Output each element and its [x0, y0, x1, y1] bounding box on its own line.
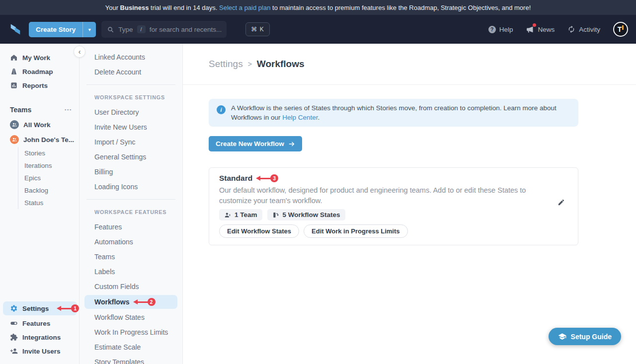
annotation-tail	[61, 308, 72, 309]
chevron-left-icon: ‹	[79, 48, 81, 56]
select-paid-plan-link[interactable]: Select a paid plan	[219, 4, 270, 11]
app-window: Your Business trial will end in 14 days.…	[0, 0, 636, 364]
news-button[interactable]: News	[526, 25, 555, 34]
sidebar-item-label: Settings	[22, 305, 49, 312]
settings-nav-custom-fields[interactable]: Custom Fields	[80, 279, 182, 294]
sidebar-item-iterations[interactable]: Iterations	[18, 159, 79, 172]
sidebar-item-epics[interactable]: Epics	[18, 172, 79, 184]
setup-guide-label: Setup Guide	[571, 333, 612, 341]
sidebar-item-label: Invite Users	[22, 348, 61, 355]
settings-nav-label: Workflows	[94, 298, 130, 306]
sidebar-item-label: John Doe's Te...	[23, 136, 74, 144]
create-story-dropdown-button[interactable]: ▾	[82, 22, 96, 37]
info-text-body: A Workflow is the series of States throu…	[231, 104, 556, 121]
info-icon: i	[217, 105, 226, 114]
settings-nav-workflow-states[interactable]: Workflow States	[80, 310, 182, 325]
workflow-name: Standard	[219, 173, 252, 183]
breadcrumb-separator: >	[248, 59, 252, 70]
settings-nav-import-sync[interactable]: Import / Sync	[80, 135, 182, 149]
help-button[interactable]: ? Help	[488, 26, 513, 33]
create-new-workflow-button[interactable]: Create New Workflow	[209, 136, 302, 151]
breadcrumb-settings[interactable]: Settings	[209, 59, 243, 70]
user-avatar[interactable]: T	[613, 22, 628, 37]
settings-nav-labels[interactable]: Labels	[80, 264, 182, 279]
sidebar-item-all-work[interactable]: All Work	[0, 117, 79, 132]
roadmap-icon	[10, 68, 18, 75]
settings-nav-user-directory[interactable]: User Directory	[80, 105, 182, 120]
annotation-tail	[260, 178, 271, 179]
edit-workflow-states-button[interactable]: Edit Workflow States	[219, 224, 299, 238]
settings-nav-estimate-scale[interactable]: Estimate Scale	[80, 340, 182, 355]
settings-nav-workflows-active[interactable]: Workflows 2	[84, 295, 177, 309]
workflow-states-icon	[272, 212, 279, 218]
news-label: News	[538, 26, 555, 33]
settings-nav-wip-limits[interactable]: Work In Progress Limits	[80, 325, 182, 340]
banner-text: Your	[105, 4, 120, 11]
workflow-info-banner: i A Workflow is the series of States thr…	[209, 99, 578, 127]
edit-pencil-icon[interactable]	[557, 199, 565, 208]
settings-sidebar: Linked Accounts Delete Account WORKSPACE…	[80, 44, 183, 364]
sidebar-item-label: All Work	[23, 121, 51, 129]
sidebar-item-team-john-doe[interactable]: John Doe's Te...	[0, 132, 79, 147]
workspace-features-section-title: WORKSPACE FEATURES	[80, 205, 182, 219]
teams-menu-icon[interactable]: ⋯	[64, 105, 72, 114]
workflow-states-count-label: 5 Workflow States	[283, 211, 340, 218]
settings-nav-automations[interactable]: Automations	[80, 234, 182, 249]
info-text-period: .	[318, 114, 320, 121]
activity-button[interactable]: Activity	[567, 25, 600, 33]
edit-wip-limits-button[interactable]: Edit Work in Progress Limits	[304, 224, 407, 238]
search-input[interactable]: Type / for search and recents...	[101, 21, 227, 38]
avatar-accent-mark	[622, 25, 624, 30]
annotation-badge-1: 1	[71, 304, 79, 312]
team-avatar-orange-icon	[10, 135, 19, 144]
shortcut-logo-icon[interactable]	[8, 22, 23, 37]
annotation-arrow-3: 3	[256, 174, 278, 182]
create-story-button[interactable]: Create Story	[29, 22, 82, 37]
home-icon	[10, 54, 18, 62]
sidebar-item-invite-users[interactable]: Invite Users	[0, 344, 79, 358]
sidebar-item-stories[interactable]: Stories	[18, 147, 79, 159]
sidebar-item-status[interactable]: Status	[18, 197, 79, 209]
sidebar-item-label: Features	[22, 320, 50, 327]
team-avatar-gray-icon	[10, 120, 19, 129]
sidebar-collapse-button[interactable]: ‹	[74, 46, 85, 58]
annotation-arrowhead	[256, 176, 260, 181]
sidebar-item-backlog[interactable]: Backlog	[18, 184, 79, 197]
team-count-label: 1 Team	[235, 211, 257, 218]
setup-guide-button[interactable]: Setup Guide	[549, 328, 621, 345]
banner-plan-name: Business	[120, 4, 149, 11]
slash-key-badge: /	[137, 25, 146, 33]
help-label: Help	[499, 26, 513, 33]
info-text: A Workflow is the series of States throu…	[231, 102, 570, 123]
sidebar-item-reports[interactable]: Reports	[0, 78, 79, 92]
settings-nav-delete-account[interactable]: Delete Account	[80, 65, 182, 79]
settings-nav-billing[interactable]: Billing	[80, 164, 182, 179]
settings-nav-loading-icons[interactable]: Loading Icons	[80, 179, 182, 194]
help-center-link[interactable]: Help Center	[282, 114, 318, 121]
settings-nav-linked-accounts[interactable]: Linked Accounts	[80, 50, 182, 65]
sidebar-item-settings[interactable]: Settings 1	[3, 301, 77, 315]
page-title: Workflows	[257, 59, 305, 70]
workflow-states-count-badge: 5 Workflow States	[267, 209, 345, 220]
puzzle-icon	[10, 333, 18, 341]
annotation-arrow-1: 1	[57, 304, 79, 312]
toggle-icon	[10, 319, 18, 327]
sidebar-item-label: Integrations	[22, 334, 61, 341]
settings-nav-teams[interactable]: Teams	[80, 249, 182, 264]
divider	[86, 84, 175, 85]
settings-nav-features[interactable]: Features	[80, 219, 182, 234]
sidebar-item-features[interactable]: Features	[0, 316, 79, 330]
sidebar-item-my-work[interactable]: My Work	[0, 51, 79, 65]
app-header: Create Story ▾ Type / for search and rec…	[0, 15, 636, 44]
sidebar-item-label: Roadmap	[22, 68, 53, 75]
sidebar-item-roadmap[interactable]: Roadmap	[0, 65, 79, 78]
settings-nav-story-templates[interactable]: Story Templates	[80, 355, 182, 364]
main-content: Settings > Workflows i A Workflow is the…	[183, 44, 636, 364]
activity-label: Activity	[579, 26, 600, 33]
banner-text: trial will end in 14 days.	[149, 4, 219, 11]
team-icon	[224, 212, 231, 218]
primary-sidebar: My Work Roadmap Reports Teams ⋯	[0, 44, 80, 364]
settings-nav-invite-new-users[interactable]: Invite New Users	[80, 120, 182, 135]
settings-nav-general-settings[interactable]: General Settings	[80, 149, 182, 164]
sidebar-item-integrations[interactable]: Integrations	[0, 330, 79, 344]
